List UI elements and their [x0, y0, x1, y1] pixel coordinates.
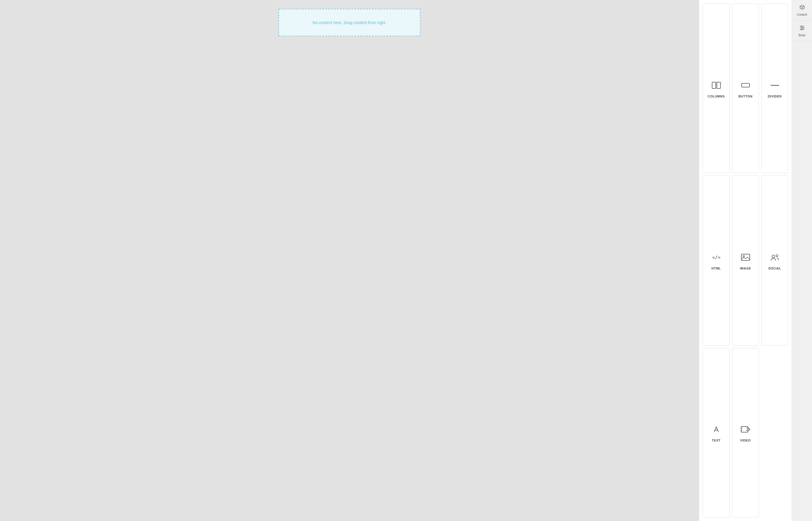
tab-content-label: Content: [797, 13, 807, 16]
video-label: VIDEO: [740, 438, 751, 442]
html-label: HTML: [711, 267, 721, 270]
sidebar-item-button[interactable]: BUTTON: [732, 3, 759, 173]
canvas-area: No content here. Drag content from right…: [0, 0, 699, 521]
sidebar-item-social[interactable]: SOCIAL: [761, 176, 788, 345]
svg-point-21: [802, 27, 803, 28]
svg-rect-0: [712, 82, 716, 89]
sidebar-item-html[interactable]: </> HTML: [703, 176, 729, 345]
tab-content[interactable]: Content: [792, 0, 812, 21]
sidebar-item-columns[interactable]: COLUMNS: [703, 3, 729, 173]
drop-zone[interactable]: No content here. Drag content from right…: [278, 9, 420, 36]
image-icon: [740, 252, 751, 264]
divider-label: DIVIDER: [768, 95, 782, 98]
tab-body[interactable]: Body: [792, 21, 812, 41]
columns-icon: [711, 80, 721, 92]
svg-text:</>: </>: [712, 255, 720, 260]
svg-point-22: [801, 29, 802, 30]
page-container: No content here. Drag content from right…: [0, 0, 812, 521]
divider-icon: [770, 80, 780, 92]
tab-body-label: Body: [799, 33, 805, 37]
svg-point-6: [743, 255, 744, 257]
sidebar-item-divider[interactable]: DIVIDER: [761, 3, 788, 173]
text-label: TEXT: [712, 438, 720, 442]
sidebar-item-image[interactable]: IMAGE: [732, 176, 759, 345]
columns-label: COLUMNS: [707, 95, 725, 98]
video-icon: [740, 424, 751, 436]
text-icon: [711, 424, 721, 436]
svg-line-14: [800, 6, 802, 7]
image-label: IMAGE: [740, 267, 751, 270]
svg-point-8: [776, 255, 778, 257]
content-sidebar: COLUMNS BUTTON DIVIDER: [699, 0, 792, 521]
body-tab-icon: [799, 25, 805, 32]
button-label: BUTTON: [738, 95, 752, 98]
content-tab-icon: [799, 4, 805, 12]
svg-point-7: [772, 255, 774, 257]
svg-rect-9: [741, 426, 748, 432]
svg-point-20: [801, 26, 802, 27]
svg-line-15: [802, 6, 804, 7]
sidebar-item-video[interactable]: VIDEO: [732, 348, 759, 518]
button-icon: [740, 80, 751, 92]
html-icon: </>: [711, 252, 721, 264]
right-nav: Content Body: [792, 0, 812, 521]
svg-rect-5: [741, 254, 750, 260]
social-label: SOCIAL: [768, 267, 781, 270]
drop-zone-text: No content here. Drag content from right…: [312, 20, 386, 25]
social-icon: [770, 252, 780, 264]
content-grid: COLUMNS BUTTON DIVIDER: [699, 0, 792, 521]
sidebar-item-text[interactable]: TEXT: [703, 348, 729, 518]
svg-rect-2: [742, 83, 749, 87]
svg-rect-1: [717, 82, 720, 89]
